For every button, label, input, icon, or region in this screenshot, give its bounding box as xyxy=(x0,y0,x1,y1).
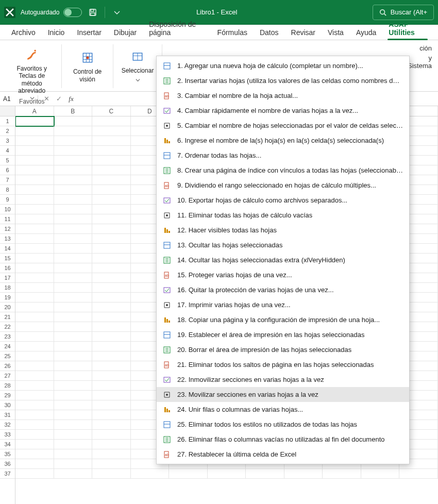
cell[interactable] xyxy=(15,185,54,195)
cell[interactable] xyxy=(54,312,93,322)
cell[interactable] xyxy=(54,254,93,263)
cell[interactable] xyxy=(54,381,93,391)
row-header[interactable]: 21 xyxy=(0,312,15,322)
menu-item[interactable]: 16. Quitar la protección de varias hojas… xyxy=(157,282,409,297)
tab-archivo[interactable]: Archivo xyxy=(5,25,42,40)
cell[interactable] xyxy=(54,234,93,244)
cell[interactable] xyxy=(54,430,93,440)
tab-datos[interactable]: Datos xyxy=(254,25,285,40)
cell[interactable] xyxy=(15,195,54,205)
cell[interactable] xyxy=(54,214,93,224)
cell[interactable] xyxy=(92,459,131,469)
row-header[interactable]: 11 xyxy=(0,214,15,224)
cell[interactable] xyxy=(54,459,93,469)
cell[interactable] xyxy=(15,273,54,283)
cell[interactable] xyxy=(92,156,131,165)
tab-dibujar[interactable]: Dibujar xyxy=(108,25,143,40)
cell[interactable] xyxy=(54,126,93,136)
menu-item[interactable]: 23. Movilizar secciones en varias hojas … xyxy=(157,387,409,402)
cell[interactable] xyxy=(15,332,54,342)
cell[interactable] xyxy=(92,224,131,234)
menu-item[interactable]: 11. Eliminar todas las hojas de cálculo … xyxy=(157,208,409,223)
cell[interactable] xyxy=(399,469,438,479)
row-header[interactable]: 10 xyxy=(0,205,15,214)
cell[interactable] xyxy=(131,469,170,479)
cell[interactable] xyxy=(15,440,54,449)
tab-revisar[interactable]: Revisar xyxy=(285,25,322,40)
row-header[interactable]: 7 xyxy=(0,175,15,185)
cell[interactable] xyxy=(92,234,131,244)
cell[interactable] xyxy=(54,263,93,273)
cell[interactable] xyxy=(15,430,54,440)
cell[interactable] xyxy=(15,165,54,175)
cell[interactable] xyxy=(54,400,93,410)
cell[interactable] xyxy=(54,342,93,351)
cell[interactable] xyxy=(92,410,131,420)
row-header[interactable]: 13 xyxy=(0,234,15,244)
tab-fórmulas[interactable]: Fórmulas xyxy=(211,25,254,40)
cell[interactable] xyxy=(54,361,93,371)
cell[interactable] xyxy=(15,136,54,146)
tab-insertar[interactable]: Insertar xyxy=(71,25,107,40)
cell[interactable] xyxy=(169,469,208,479)
cell[interactable] xyxy=(92,351,131,361)
menu-item[interactable]: ab27. Restablecer la última celda de Exc… xyxy=(157,447,409,462)
cell[interactable] xyxy=(15,244,54,254)
cell[interactable] xyxy=(15,342,54,351)
cell[interactable] xyxy=(208,469,246,479)
cell[interactable] xyxy=(92,303,131,312)
cell[interactable] xyxy=(15,214,54,224)
row-header[interactable]: 6 xyxy=(0,165,15,175)
cell[interactable] xyxy=(54,449,93,459)
cell[interactable] xyxy=(15,459,54,469)
row-header[interactable]: 33 xyxy=(0,430,15,440)
cell[interactable] xyxy=(92,205,131,214)
column-header[interactable]: B xyxy=(54,106,93,116)
cell[interactable] xyxy=(15,351,54,361)
row-header[interactable]: 20 xyxy=(0,303,15,312)
cell[interactable] xyxy=(15,224,54,234)
cell[interactable] xyxy=(54,391,93,400)
row-header[interactable]: 22 xyxy=(0,322,15,332)
menu-item[interactable]: ab21. Eliminar todos los saltos de págin… xyxy=(157,357,409,372)
cell[interactable] xyxy=(361,469,400,479)
cell[interactable] xyxy=(15,400,54,410)
control-vision-button[interactable]: Control de visión xyxy=(68,47,106,85)
cell[interactable] xyxy=(54,440,93,449)
row-header[interactable]: 37 xyxy=(0,469,15,479)
cell[interactable] xyxy=(284,469,323,479)
save-button[interactable] xyxy=(87,7,98,18)
cell[interactable] xyxy=(92,322,131,332)
row-header[interactable]: 8 xyxy=(0,185,15,195)
cell[interactable] xyxy=(92,293,131,303)
cell[interactable] xyxy=(54,185,93,195)
cell[interactable] xyxy=(54,244,93,254)
cell[interactable] xyxy=(54,273,93,283)
row-header[interactable]: 32 xyxy=(0,420,15,430)
row-header[interactable]: 17 xyxy=(0,273,15,283)
row-header[interactable]: 19 xyxy=(0,293,15,303)
menu-item[interactable]: 20. Borrar el área de impresión de las h… xyxy=(157,342,409,357)
menu-item[interactable]: 6. Ingrese el nombre de la(s) hoja(s) en… xyxy=(157,133,409,148)
menu-item[interactable]: 26. Eliminar filas o columnas vacías no … xyxy=(157,432,409,447)
cell[interactable] xyxy=(15,283,54,293)
cell[interactable] xyxy=(92,195,131,205)
cell[interactable] xyxy=(15,391,54,400)
row-header[interactable]: 9 xyxy=(0,195,15,205)
cell[interactable] xyxy=(54,322,93,332)
cell[interactable] xyxy=(54,410,93,420)
menu-item[interactable]: 18. Copiar una página y la configuración… xyxy=(157,312,409,327)
favorites-button[interactable]: Favoritos y Teclas de método abreviado xyxy=(8,44,55,97)
menu-item[interactable]: 24. Unir filas o columnas de varias hoja… xyxy=(157,402,409,417)
menu-item[interactable]: 12. Hacer visibles todas las hojas xyxy=(157,223,409,238)
cell[interactable] xyxy=(323,469,361,479)
cell[interactable] xyxy=(92,146,131,156)
cell[interactable] xyxy=(92,116,131,126)
menu-item[interactable]: 25. Eliminar todos los estilos no utiliz… xyxy=(157,417,409,432)
cell[interactable] xyxy=(54,371,93,381)
cell[interactable] xyxy=(54,116,93,126)
cell[interactable] xyxy=(92,332,131,342)
cell[interactable] xyxy=(92,283,131,293)
cell[interactable] xyxy=(92,469,131,479)
cell[interactable] xyxy=(54,351,93,361)
